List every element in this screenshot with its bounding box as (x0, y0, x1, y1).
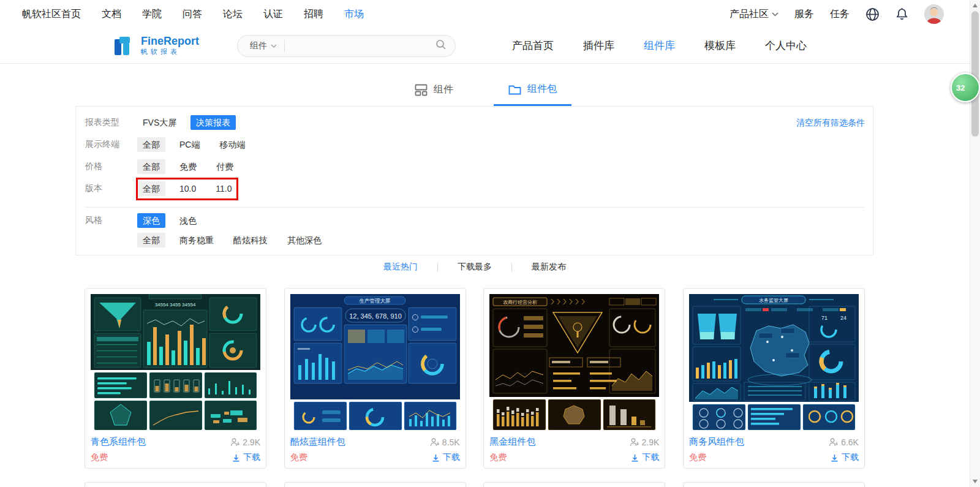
tab-component-package[interactable]: 组件包 (494, 83, 571, 106)
product-community-label: 产品社区 (729, 8, 769, 21)
sort-most-downloaded[interactable]: 下载最多 (438, 262, 511, 273)
filter-label: 风格 (85, 215, 137, 226)
scrollbar[interactable] (970, 0, 980, 487)
download-count-value: 6.6K (841, 437, 859, 447)
search-category-dropdown[interactable]: 组件 (238, 40, 284, 51)
topnav-community-home[interactable]: 帆软社区首页 (22, 8, 81, 21)
svg-text:71: 71 (821, 315, 827, 321)
download-button[interactable]: 下载 (232, 452, 260, 463)
card-title[interactable]: 青色系组件包 (91, 436, 146, 448)
filter-opt-mobile[interactable]: 移动端 (214, 137, 251, 152)
card-title[interactable]: 黑金组件包 (489, 436, 535, 448)
filter-opt-all-version[interactable]: 全部 (137, 181, 165, 196)
download-button-label: 下载 (842, 452, 859, 463)
topnav-docs[interactable]: 文档 (102, 8, 121, 21)
filter-opt-free[interactable]: 免费 (174, 159, 202, 174)
filter-opt-paid[interactable]: 付费 (211, 159, 239, 174)
svg-text:24: 24 (840, 315, 846, 321)
topnav-jobs[interactable]: 招聘 (304, 8, 323, 21)
mainnav-product-home[interactable]: 产品首页 (512, 39, 554, 53)
scrollbar-thumb[interactable] (971, 11, 979, 137)
tab-component[interactable]: 组件 (409, 83, 459, 106)
bell-icon[interactable] (895, 7, 908, 21)
search-box: 组件 (237, 35, 456, 57)
mainnav-plugin-library[interactable]: 插件库 (583, 39, 614, 53)
filter-opt-business[interactable]: 商务稳重 (174, 233, 219, 247)
filter-label: 版本 (85, 183, 137, 194)
price-label: 免费 (489, 452, 507, 463)
card-stub (483, 482, 665, 487)
topnav-market[interactable]: 市场 (344, 8, 364, 21)
mainnav-personal-center[interactable]: 个人中心 (765, 39, 807, 53)
filter-row-terminal: 展示终端 全部 PC端 移动端 (85, 137, 251, 152)
download-button[interactable]: 下载 (431, 452, 460, 463)
mainnav-template-library[interactable]: 模板库 (704, 39, 736, 53)
card-stub (683, 482, 865, 487)
tab-component-package-label: 组件包 (527, 83, 557, 96)
filter-opt-dark[interactable]: 深色 (137, 213, 165, 228)
card-black-gold-package[interactable]: 农商行经营分析 (483, 288, 665, 469)
download-count: 6.6K (829, 437, 859, 447)
download-icon (830, 453, 839, 462)
scrollbar-down-arrow[interactable] (973, 480, 978, 483)
card-title[interactable]: 酷炫蓝组件包 (290, 436, 345, 448)
filter-opt-decision-report[interactable]: 决策报表 (190, 115, 236, 130)
topnav-forum[interactable]: 论坛 (223, 8, 243, 21)
filter-opt-cool-tech[interactable]: 酷炫科技 (228, 233, 273, 247)
filter-opt-version-11[interactable]: 11.0 (210, 181, 237, 196)
chevron-down-icon (271, 44, 277, 48)
floating-badge[interactable]: 32 (951, 73, 980, 102)
topnav-academy[interactable]: 学院 (142, 8, 162, 21)
brand-name-cn: 帆软报表 (141, 48, 199, 56)
filter-opt-version-10[interactable]: 10.0 (174, 181, 202, 196)
sub-header: FineReport 帆软报表 组件 产品首页 插件库 组件库 模板库 个人中心 (0, 28, 980, 64)
card-title[interactable]: 商务风组件包 (689, 436, 744, 448)
clear-filters-link[interactable]: 清空所有筛选条件 (796, 118, 865, 129)
brand-logo[interactable]: FineReport 帆软报表 (114, 36, 199, 55)
card-thumbnail[interactable]: 34554 3455 34554 (91, 294, 260, 430)
filter-label: 展示终端 (85, 139, 137, 150)
product-community-menu[interactable]: 产品社区 (729, 8, 778, 21)
filter-opt-fvs[interactable]: FVS大屏 (137, 115, 182, 130)
svg-text:水务监管大屏: 水务监管大屏 (759, 298, 788, 303)
search-input[interactable] (285, 36, 435, 56)
service-menu[interactable]: 服务 (794, 8, 814, 21)
topnav-qa[interactable]: 问答 (183, 8, 202, 21)
tab-component-label: 组件 (434, 83, 453, 96)
filter-row-price: 价格 全部 免费 付费 (85, 159, 239, 174)
card-stub (284, 482, 466, 487)
sort-newest[interactable]: 最新发布 (512, 262, 586, 273)
search-icon[interactable] (435, 39, 455, 53)
download-icon (630, 453, 639, 462)
card-thumbnail[interactable]: 生产管理大屏 12, 345, 678, 910 (290, 294, 460, 430)
filter-opt-light[interactable]: 浅色 (174, 213, 202, 228)
globe-icon[interactable] (865, 7, 880, 21)
next-row-card-stubs (85, 482, 865, 487)
download-button[interactable]: 下载 (830, 452, 859, 463)
card-blue-package[interactable]: 生产管理大屏 12, 345, 678, 910 (284, 288, 466, 469)
card-thumbnail[interactable]: 水务监管大屏 (689, 294, 859, 430)
top-nav: 帆软社区首页 文档 学院 问答 论坛 认证 招聘 市场 (0, 8, 364, 21)
download-button[interactable]: 下载 (630, 452, 659, 463)
card-thumbnail[interactable]: 农商行经营分析 (489, 294, 659, 430)
downloads-user-icon (829, 437, 839, 447)
filter-opt-pc[interactable]: PC端 (174, 137, 205, 152)
card-business-package[interactable]: 水务监管大屏 (683, 288, 865, 469)
filter-opt-all-style[interactable]: 全部 (137, 233, 165, 247)
user-avatar[interactable] (924, 4, 944, 24)
mainnav-component-library[interactable]: 组件库 (644, 39, 675, 53)
filter-panel: 清空所有筛选条件 报表类型 FVS大屏 决策报表 展示终端 全部 PC端 移动端… (75, 106, 873, 255)
filter-label: 报表类型 (85, 117, 137, 128)
topnav-certification[interactable]: 认证 (263, 8, 283, 21)
download-count: 2.9K (630, 437, 660, 447)
card-teal-package[interactable]: 34554 3455 34554 (85, 288, 266, 469)
price-label: 免费 (91, 452, 108, 463)
download-count-value: 8.5K (442, 437, 460, 447)
filter-opt-all-price[interactable]: 全部 (137, 159, 165, 174)
filter-opt-all-terminal[interactable]: 全部 (137, 137, 165, 152)
task-menu[interactable]: 任务 (830, 8, 850, 21)
sort-recent-hot[interactable]: 最近热门 (364, 262, 437, 273)
scrollbar-up-arrow[interactable] (973, 4, 978, 7)
filter-opt-other-dark[interactable]: 其他深色 (282, 233, 327, 247)
download-count-value: 2.9K (642, 437, 660, 447)
